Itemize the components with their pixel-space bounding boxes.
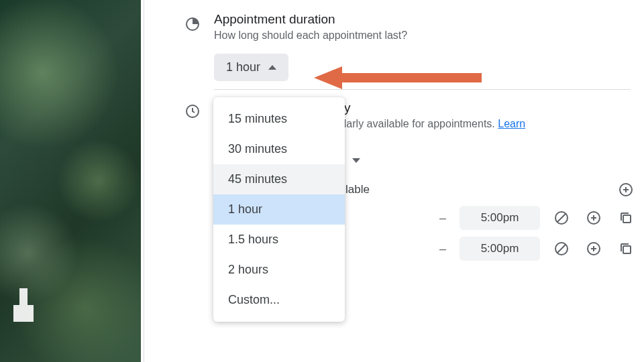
duration-option[interactable]: 2 hours [213, 255, 345, 285]
time-dash: – [438, 211, 447, 225]
time-dash: – [438, 242, 447, 256]
learn-more-link[interactable]: Learn [498, 118, 525, 129]
svg-rect-16 [623, 246, 631, 253]
svg-line-6 [557, 214, 566, 222]
duration-option-selected[interactable]: 1 hour [213, 194, 345, 225]
add-slot-button[interactable] [584, 208, 603, 227]
duration-dropdown-button[interactable]: 1 hour [214, 54, 288, 81]
sidebar-background-image [0, 0, 141, 362]
duration-option-custom[interactable]: Custom... [213, 285, 345, 315]
block-slot-button[interactable] [552, 239, 571, 258]
clock-icon [184, 103, 201, 119]
duration-subtitle: How long should each appointment last? [214, 29, 631, 42]
copy-slot-button[interactable] [616, 239, 635, 258]
duration-button-label: 1 hour [226, 60, 260, 74]
end-time-chip[interactable]: 5:00pm [460, 237, 540, 261]
svg-line-12 [557, 245, 566, 253]
duration-option[interactable]: 45 minutes [213, 164, 345, 194]
svg-rect-10 [623, 215, 631, 223]
chevron-down-icon [352, 158, 360, 163]
svg-marker-18 [314, 66, 342, 89]
copy-slot-button[interactable] [616, 208, 635, 227]
duration-icon [184, 16, 201, 32]
duration-option[interactable]: 15 minutes [213, 104, 345, 134]
unavailable-label: lable [345, 183, 604, 196]
duration-option[interactable]: 30 minutes [213, 134, 345, 164]
duration-dropdown-menu: 15 minutes 30 minutes 45 minutes 1 hour … [213, 97, 345, 322]
add-slot-button[interactable] [616, 180, 635, 199]
chevron-up-icon [268, 65, 276, 70]
annotation-arrow [314, 65, 482, 90]
duration-option[interactable]: 1.5 hours [213, 225, 345, 255]
duration-title: Appointment duration [214, 12, 631, 27]
end-time-chip[interactable]: 5:00pm [460, 206, 540, 230]
add-slot-button[interactable] [584, 239, 603, 258]
block-slot-button[interactable] [552, 208, 571, 227]
